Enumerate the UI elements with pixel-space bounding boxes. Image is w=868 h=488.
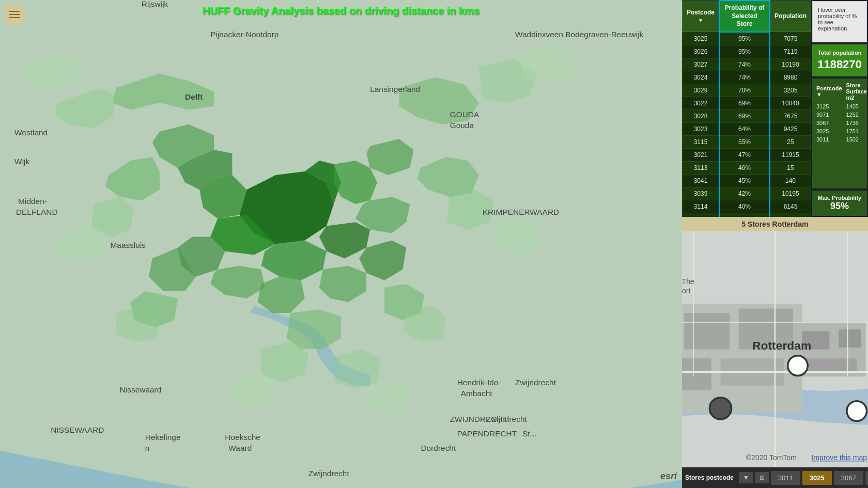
store-dot-3[interactable] <box>788 356 808 376</box>
map-title: HUFF Gravity Analysis based on driving d… <box>0 5 682 17</box>
svg-text:Maassluis: Maassluis <box>110 241 146 249</box>
cell-probability: 74% <box>719 71 770 84</box>
svg-text:GOUDA: GOUDA <box>450 110 479 119</box>
cell-probability: 70% <box>719 84 770 97</box>
store-dot-selected[interactable] <box>709 398 731 419</box>
pc-postcode: 3067 <box>814 119 844 127</box>
cell-population: 10040 <box>770 97 811 109</box>
cell-population: 3205 <box>770 84 811 97</box>
svg-text:Improve this map: Improve this map <box>811 453 867 462</box>
col-probability-label: Probability of Selected Store <box>725 4 765 27</box>
pc-postcode: 3071 <box>814 111 844 119</box>
total-population-label: Total population <box>817 50 862 56</box>
map-svg: Rijswijk Zoetermeer Pijnacker-Nootdorp D… <box>0 0 682 488</box>
filter-icon-btn[interactable]: ▼ <box>739 472 753 483</box>
data-table-container[interactable]: Postcode ▼ Probability of Selected Store… <box>682 0 811 217</box>
cell-postcode: 3023 <box>683 122 720 135</box>
svg-marker-22 <box>287 309 341 349</box>
table-row[interactable]: 3023 64% 9425 <box>683 122 811 135</box>
cell-population: 115 <box>770 213 811 217</box>
svg-rect-74 <box>684 313 730 349</box>
svg-text:Wijk: Wijk <box>14 157 29 166</box>
table-row[interactable]: 3115 55% 25 <box>683 135 811 148</box>
table-row[interactable]: 3028 69% 7675 <box>683 109 811 122</box>
total-population-value: 1188270 <box>817 58 862 71</box>
store-dot-4[interactable] <box>847 401 867 421</box>
tab-3025[interactable]: 3025 <box>802 471 832 485</box>
right-panel: Postcode ▼ Probability of Selected Store… <box>682 0 868 488</box>
cell-postcode: 3026 <box>683 45 720 58</box>
table-row[interactable]: 3114 40% 6145 <box>683 200 811 213</box>
cell-probability: 55% <box>719 135 770 148</box>
svg-text:Zwijndrecht: Zwijndrecht <box>486 415 528 423</box>
svg-text:Hoeksche: Hoeksche <box>225 433 260 442</box>
tab-3011[interactable]: 3011 <box>771 471 800 485</box>
svg-text:Waard: Waard <box>228 444 252 452</box>
cell-postcode: 3115 <box>683 135 720 148</box>
postcode-info-col2: Store Surface m2 <box>844 81 868 102</box>
table-section: Postcode ▼ Probability of Selected Store… <box>682 0 868 217</box>
col-postcode[interactable]: Postcode ▼ <box>683 1 720 32</box>
postcode-info-row: 3011 1502 <box>814 135 868 144</box>
table-row[interactable]: 3025 95% 7075 <box>683 32 811 45</box>
cell-population: 7675 <box>770 109 811 122</box>
table-row[interactable]: 3024 74% 8980 <box>683 71 811 84</box>
table-row[interactable]: 3044 37% 115 <box>683 213 811 217</box>
sort-arrow-postcode: ▼ <box>816 91 822 98</box>
svg-text:Midden-: Midden- <box>18 197 47 206</box>
svg-text:Rotterdam The: Rotterdam The <box>682 277 694 286</box>
postcode-sort-arrow: ▼ <box>687 17 715 24</box>
table-row[interactable]: 3113 46% 15 <box>683 161 811 174</box>
cell-postcode: 3021 <box>683 148 720 161</box>
cell-postcode: 3113 <box>683 161 720 174</box>
table-row[interactable]: 3026 95% 7115 <box>683 45 811 58</box>
cell-postcode: 3029 <box>683 84 720 97</box>
hamburger-button[interactable] <box>5 5 24 24</box>
cell-probability: 95% <box>719 45 770 58</box>
max-probability-value: 95% <box>816 201 863 212</box>
pc-postcode: 3011 <box>814 135 844 144</box>
table-row[interactable]: 3021 47% 11915 <box>683 148 811 161</box>
tab-3071[interactable]: 3071 <box>865 471 868 485</box>
postcode-table-box: Postcode▼ Store Surface m2 3125 1405 307… <box>812 78 867 188</box>
svg-text:Pijnacker-Nootdorp: Pijnacker-Nootdorp <box>210 30 278 39</box>
svg-text:Zoetermeer: Zoetermeer <box>334 0 375 1</box>
hamburger-line-3 <box>9 17 20 18</box>
svg-text:PAPENDRECHT: PAPENDRECHT <box>457 429 517 438</box>
table-row[interactable]: 3029 70% 3205 <box>683 84 811 97</box>
tab-3067[interactable]: 3067 <box>834 471 863 485</box>
svg-text:Gouda: Gouda <box>450 121 474 130</box>
cell-population: 10190 <box>770 58 811 71</box>
pc-surface: 1405 <box>844 102 868 111</box>
table-row[interactable]: 3039 42% 10195 <box>683 187 811 200</box>
max-probability-label: Max. Probability <box>816 195 863 201</box>
table-row[interactable]: 3027 74% 10190 <box>683 58 811 71</box>
svg-text:KRIMPENERWAARD: KRIMPENERWAARD <box>483 208 559 216</box>
hamburger-line-2 <box>9 14 20 15</box>
stores-map: Rotterdam hiedam Rotterdam The Hague Air… <box>682 231 868 467</box>
svg-text:©2020 TomTom: ©2020 TomTom <box>746 453 797 462</box>
svg-text:Westland: Westland <box>14 128 48 137</box>
cell-population: 11915 <box>770 148 811 161</box>
pc-postcode: 3125 <box>814 102 844 111</box>
cell-probability: 74% <box>719 58 770 71</box>
grid-icon-btn[interactable]: ⊞ <box>755 472 769 483</box>
pc-surface: 1736 <box>844 119 868 127</box>
svg-text:Ambacht: Ambacht <box>461 389 493 398</box>
pc-surface: 1751 <box>844 127 868 135</box>
col-population[interactable]: Population <box>770 1 811 32</box>
cell-population: 25 <box>770 135 811 148</box>
svg-text:Hague Airport: Hague Airport <box>682 287 690 295</box>
cell-probability: 95% <box>719 32 770 45</box>
table-row[interactable]: 3041 45% 140 <box>683 174 811 187</box>
max-probability-box: Max. Probability 95% <box>812 191 867 216</box>
cell-population: 7115 <box>770 45 811 58</box>
svg-text:NISSEWAARD: NISSEWAARD <box>51 426 104 434</box>
table-row[interactable]: 3022 69% 10040 <box>683 97 811 109</box>
svg-text:Zwijndrecht: Zwijndrecht <box>308 469 350 478</box>
svg-text:DELFLAND: DELFLAND <box>16 208 58 216</box>
cell-population: 7075 <box>770 32 811 45</box>
col-probability[interactable]: Probability of Selected Store <box>719 1 770 32</box>
pc-surface: 1502 <box>844 135 868 144</box>
svg-text:Dordrecht: Dordrecht <box>421 444 456 452</box>
